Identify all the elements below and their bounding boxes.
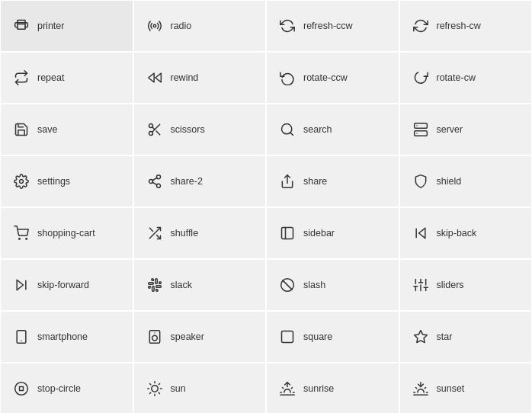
printer-label: printer [37,21,64,31]
icon-cell-sun[interactable]: sun [133,363,267,413]
printer-icon [13,18,30,34]
stop-circle-icon [13,380,30,397]
slash-label: slash [303,280,325,290]
icon-cell-server[interactable]: server [399,104,533,155]
shield-icon [412,173,429,190]
square-label: square [303,331,332,342]
star-label: star [437,331,453,342]
icon-cell-sunrise[interactable]: sunrise [266,363,399,413]
repeat-icon [13,69,30,86]
refresh-cw-label: refresh-cw [437,21,481,31]
svg-marker-3 [148,73,154,82]
svg-rect-12 [414,123,427,129]
svg-line-11 [290,133,293,136]
icon-cell-star[interactable]: star [399,311,533,363]
repeat-label: repeat [37,72,64,83]
skip-back-icon [412,225,429,242]
icon-cell-square[interactable]: square [266,311,399,363]
svg-line-9 [152,127,154,130]
icon-cell-scissors[interactable]: scissors [133,104,267,155]
refresh-ccw-icon [279,18,296,34]
svg-marker-32 [17,280,23,290]
sun-label: sun [171,383,186,394]
icon-grid: printer radio refresh-ccw refresh-cw rep… [0,0,532,413]
sunset-label: sunset [437,383,465,394]
skip-back-label: skip-back [437,228,477,239]
icon-cell-smartphone[interactable]: smartphone [0,311,133,363]
slack-label: slack [171,280,192,290]
icon-cell-radio[interactable]: radio [133,0,267,52]
slash-icon [279,277,296,293]
icon-cell-skip-back[interactable]: skip-back [399,207,533,259]
smartphone-label: smartphone [37,331,88,342]
icon-cell-refresh-ccw[interactable]: refresh-ccw [266,0,399,52]
sunrise-icon [279,380,296,397]
svg-line-21 [152,178,157,180]
svg-line-27 [149,228,152,231]
svg-line-20 [152,182,157,184]
smartphone-icon [13,328,30,345]
svg-line-62 [159,384,159,385]
icon-cell-shield[interactable]: shield [399,155,533,207]
icon-cell-settings[interactable]: settings [0,155,133,207]
radio-label: radio [171,21,192,31]
icon-cell-skip-forward[interactable]: skip-forward [0,259,133,311]
svg-point-54 [151,386,157,392]
icon-cell-stop-circle[interactable]: stop-circle [0,363,133,413]
icon-cell-rewind[interactable]: rewind [133,52,267,104]
icon-cell-slash[interactable]: slash [266,259,399,311]
shield-label: shield [437,176,462,187]
stop-circle-label: stop-circle [37,383,81,394]
svg-rect-28 [282,228,293,239]
icon-cell-shuffle[interactable]: shuffle [133,207,267,259]
svg-line-58 [159,392,159,393]
svg-rect-47 [149,331,159,344]
rotate-ccw-icon [279,69,296,86]
shopping-cart-label: shopping-cart [37,228,95,239]
icon-cell-shopping-cart[interactable]: shopping-cart [0,207,133,259]
rewind-icon [146,69,163,86]
icon-cell-slack[interactable]: slack [133,259,267,311]
rotate-cw-label: rotate-cw [437,72,476,83]
icon-cell-rotate-ccw[interactable]: rotate-ccw [266,52,399,104]
icon-cell-search[interactable]: search [266,104,399,155]
icon-cell-sidebar[interactable]: sidebar [266,207,399,259]
icon-cell-repeat[interactable]: repeat [0,52,133,104]
svg-point-48 [152,335,157,341]
icon-cell-save[interactable]: save [0,104,133,155]
svg-point-52 [15,383,28,395]
icon-cell-sliders[interactable]: sliders [399,259,533,311]
server-label: server [437,124,463,135]
icon-cell-rotate-cw[interactable]: rotate-cw [399,52,533,104]
svg-rect-50 [282,331,293,343]
svg-rect-45 [17,331,26,344]
svg-marker-51 [414,331,427,343]
svg-point-23 [19,239,21,240]
icon-cell-refresh-cw[interactable]: refresh-cw [399,0,533,52]
svg-marker-30 [418,228,425,238]
settings-icon [13,173,30,190]
icon-cell-printer[interactable]: printer [0,0,133,52]
svg-rect-13 [414,131,427,136]
sunset-icon [412,380,429,397]
icon-cell-share-2[interactable]: share-2 [133,155,267,207]
refresh-cw-icon [412,18,429,34]
svg-point-24 [26,239,27,240]
save-label: save [37,124,57,135]
icon-cell-sunset[interactable]: sunset [399,363,533,413]
icon-cell-share[interactable]: share [266,155,399,207]
svg-point-16 [20,180,24,184]
svg-line-73 [425,388,425,389]
radio-icon [146,18,163,34]
svg-line-57 [149,384,150,385]
sliders-icon [412,277,429,293]
scissors-label: scissors [171,124,205,135]
slack-icon [146,277,163,293]
icon-cell-speaker[interactable]: speaker [133,311,267,363]
settings-label: settings [37,176,70,187]
shuffle-label: shuffle [171,228,199,239]
square-icon [279,328,296,345]
share-icon [279,173,296,190]
rotate-ccw-label: rotate-ccw [303,72,348,83]
search-label: search [303,124,332,135]
